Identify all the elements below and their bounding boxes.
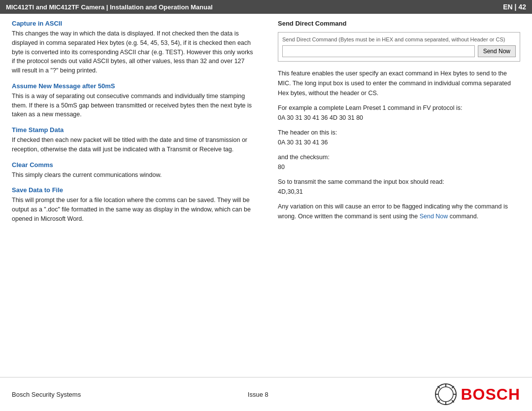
right-paragraph-1: For example a complete Learn Preset 1 co… [278, 103, 520, 123]
right-paragraph-0: This feature enables the user specify an… [278, 68, 520, 98]
page-number: EN | 42 [503, 3, 526, 11]
send-now-link[interactable]: Send Now [420, 213, 448, 220]
svg-point-1 [438, 387, 453, 402]
section-title-capture-ascii: Capture in ASCII [12, 20, 254, 27]
bosch-logo-icon [435, 383, 457, 405]
left-sections: Capture in ASCIIThis changes the way in … [12, 20, 254, 224]
send-direct-box: Send Direct Command (Bytes must be in HE… [278, 32, 520, 62]
footer-issue: Issue 8 [248, 391, 268, 398]
right-body: This feature enables the user specify an… [278, 68, 520, 221]
send-direct-box-label: Send Direct Command (Bytes must be in HE… [282, 36, 516, 42]
left-column: Capture in ASCIIThis changes the way in … [12, 20, 260, 227]
section-body-assume-new-message: This is a way of separating out consecut… [12, 92, 254, 119]
right-paragraph-2: The header on this is:0A 30 31 30 41 36 [278, 128, 520, 147]
section-body-capture-ascii: This changes the way in which the data i… [12, 29, 254, 75]
right-paragraph-5: Any variation on this will cause an erro… [278, 202, 520, 221]
footer-logo: BOSCH [435, 383, 520, 405]
footer: Bosch Security Systems Issue 8 BOSCH [0, 377, 532, 411]
bosch-brand-text: BOSCH [461, 385, 520, 404]
footer-company: Bosch Security Systems [12, 391, 81, 398]
send-direct-heading: Send Direct Command [278, 20, 520, 27]
send-direct-input-row: Send Now [282, 45, 516, 57]
send-direct-input[interactable] [282, 45, 475, 57]
section-title-clear-comms: Clear Comms [12, 161, 254, 169]
section-title-save-data: Save Data to File [12, 186, 254, 194]
send-now-button[interactable]: Send Now [478, 45, 516, 57]
section-title-time-stamp: Time Stamp Data [12, 126, 254, 134]
section-body-time-stamp: If checked then each new packet will be … [12, 136, 254, 154]
manual-title: MIC412TI and MIC412TF Camera | Installat… [6, 3, 213, 11]
right-paragraph-3: and the checksum:80 [278, 152, 520, 172]
right-column: Send Direct Command Send Direct Command … [272, 20, 520, 227]
content-area: Capture in ASCIIThis changes the way in … [0, 14, 532, 233]
section-body-save-data: This will prompt the user for a file loc… [12, 196, 254, 223]
right-paragraph-4: So to transmit the same command the inpu… [278, 177, 520, 197]
section-title-assume-new-message: Assume New Message after 50mS [12, 82, 254, 90]
header-bar: MIC412TI and MIC412TF Camera | Installat… [0, 0, 532, 14]
section-body-clear-comms: This simply clears the current communica… [12, 171, 254, 180]
